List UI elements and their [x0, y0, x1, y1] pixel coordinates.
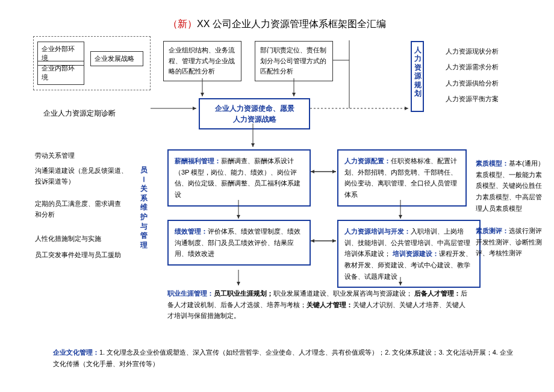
box-org-analysis: 企业组织结构、业务流程、管理方式与企业战略的匹配性分析	[163, 41, 241, 81]
periodic-diagnosis: 企业人力资源定期诊断	[43, 108, 116, 119]
mb4-h1: 人力资源培训与开发：	[344, 228, 411, 235]
rd2-head: 素质测评：	[476, 227, 509, 234]
rd1-head: 素质模型：	[476, 160, 509, 167]
center-mission: 企业人力资源使命、愿景 人力资源战略	[199, 98, 310, 129]
left-survey: 定期的员工满意度、需求调查和分析	[35, 199, 125, 220]
box-training: 人力资源培训与开发：入职培训、上岗培训、技能培训、公共管理培训、中高层管理培训体…	[337, 220, 481, 288]
box-dev-strategy: 企业发展战略	[90, 51, 143, 66]
rd1-body: 基本(通用）素质模型、一般能力素质模型、关键岗位胜任力素质模型、中高层管理人员素…	[476, 160, 544, 212]
title-main: XX 公司企业人力资源管理体系框架图全汇编	[197, 19, 386, 29]
left-emergency: 员工突发事件处理与员工援助	[35, 250, 125, 261]
center-line2: 人力资源战略	[204, 114, 305, 125]
box-hr-config: 人力资源配置：任职资格标准、配置计划、外部招聘、内部竞聘、干部聘任、岗位变动、离…	[337, 149, 467, 207]
left-comm: 沟通渠道建设（意见反馈渠道、投诉渠道等）	[35, 166, 131, 187]
mb3-head: 绩效管理：	[175, 228, 208, 235]
mb4-h2: 培训资源建设：	[393, 250, 439, 257]
left-humane: 人性化措施制定与实施	[35, 234, 101, 244]
culture-body: 1. 文化理念及企业价值观塑造、深入宣传（如经营哲学、企业使命、人才理念、共有价…	[53, 349, 513, 367]
hr-planning: 人力资源规划	[411, 41, 424, 112]
page-title: （新）XX 公司企业人力资源管理体系框架图全汇编	[0, 18, 554, 31]
career-s1: 员工职业生涯规划；	[214, 290, 273, 297]
center-line1: 企业人力资源使命、愿景	[204, 103, 305, 114]
career-h1: 职业生涯管理：	[167, 290, 214, 297]
planning-items: 人力资源现状分析 人力资源需求分析 人力资源供给分析 人力资源平衡方案	[446, 43, 499, 107]
emp-relation-vert: 员Ｉ关系维护与管理	[140, 166, 148, 250]
plan-item-4: 人力资源平衡方案	[446, 91, 499, 107]
box-int-env: 企业内部环境	[37, 61, 84, 85]
plan-item-1: 人力资源现状分析	[446, 43, 499, 59]
box-performance: 绩效管理：评价体系、绩效管理制度、绩效沟通制度、部门及员工绩效评价、结果应用、绩…	[167, 220, 311, 266]
title-prefix: （新）	[168, 19, 197, 29]
plan-item-2: 人力资源需求分析	[446, 59, 499, 75]
plan-item-3: 人力资源供给分析	[446, 75, 499, 91]
env-group: 企业外部环境 企业内部环境 企业发展战略	[33, 36, 151, 90]
box-dept-analysis: 部门职责定位、责任制划分与公司管理方式的匹配性分析	[255, 41, 333, 81]
competency-model: 素质模型：基本(通用）素质模型、一般能力素质模型、关键岗位胜任力素质模型、中高层…	[476, 158, 545, 214]
career-b1: 职业发展通道建设、职业发展咨询与资源建设；	[273, 290, 412, 297]
culture-head: 企业文化管理：	[53, 349, 99, 356]
career-mgmt: 职业生涯管理：员工职业生涯规划；职业发展通道建设、职业发展咨询与资源建设； 后备…	[167, 288, 468, 322]
corp-culture: 企业文化管理：1. 文化理念及企业价值观塑造、深入宣传（如经营哲学、企业使命、人…	[53, 347, 517, 369]
mb1-head: 薪酬福利管理：	[175, 157, 221, 164]
career-h2: 后备人才管理：	[414, 290, 461, 297]
left-labor: 劳动关系管理	[35, 151, 75, 161]
box-compensation: 薪酬福利管理：薪酬调查、薪酬体系设计（3P 模型，岗位、能力、绩效）、岗位评估、…	[167, 149, 311, 207]
competency-assess: 素质测评：选拔行测评开发性测评、诊断性测评、考核性测评	[476, 225, 545, 259]
career-h3: 关键人才管理：	[307, 301, 353, 308]
mb2-head: 人力资源配置：	[344, 157, 391, 164]
